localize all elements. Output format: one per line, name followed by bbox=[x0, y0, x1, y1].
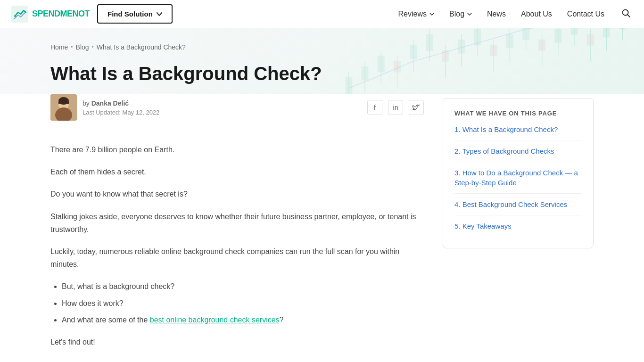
main-nav: Reviews Blog News About Us Contact Us bbox=[398, 7, 633, 21]
article-closing: Let's find out! bbox=[50, 336, 424, 348]
author-avatar-image bbox=[50, 94, 77, 121]
author-avatar bbox=[50, 94, 77, 121]
article: by Danka Delić Last Updated: May 12, 202… bbox=[50, 94, 424, 358]
svg-rect-23 bbox=[490, 45, 497, 56]
main-layout: by Danka Delić Last Updated: May 12, 202… bbox=[39, 94, 605, 362]
svg-rect-33 bbox=[571, 28, 578, 34]
list-item: How does it work? bbox=[62, 297, 424, 310]
article-bullet-list: But, what is a background check? How doe… bbox=[62, 280, 424, 326]
list-item: But, what is a background check? bbox=[62, 280, 424, 293]
svg-rect-15 bbox=[426, 34, 433, 50]
toc-item-4[interactable]: 4. Best Background Check Services bbox=[454, 193, 582, 215]
toc-heading: WHAT WE HAVE ON THIS PAGE bbox=[454, 110, 582, 117]
twitter-icon bbox=[413, 104, 420, 111]
article-para-4: Stalking jokes aside, everyone deserves … bbox=[50, 210, 424, 236]
hero-chart-decoration bbox=[322, 28, 644, 94]
find-solution-button[interactable]: Find Solution bbox=[97, 4, 173, 24]
twitter-share-button[interactable] bbox=[409, 100, 424, 115]
nav-news[interactable]: News bbox=[487, 10, 506, 18]
article-para-1: There are 7.9 billion people on Earth. bbox=[50, 143, 424, 156]
author-name: Danka Delić bbox=[91, 99, 129, 107]
svg-rect-31 bbox=[555, 29, 561, 42]
svg-rect-7 bbox=[362, 66, 368, 80]
breadcrumb-blog[interactable]: Blog bbox=[76, 43, 89, 51]
toc-item-3[interactable]: 3. How to Do a Background Check — a Step… bbox=[454, 162, 582, 193]
header-left: SPENDMENOT Find Solution bbox=[11, 4, 173, 24]
author-date: Last Updated: May 12, 2022 bbox=[83, 109, 159, 116]
logo-text: SPENDMENOT bbox=[32, 9, 90, 19]
sidebar: WHAT WE HAVE ON THIS PAGE 1. What Is a B… bbox=[443, 94, 594, 358]
nav-about[interactable]: About Us bbox=[521, 10, 552, 18]
dropdown-arrow-icon bbox=[157, 12, 162, 16]
breadcrumb-sep-1: • bbox=[71, 44, 73, 50]
background-check-link[interactable]: best online background check services bbox=[150, 316, 280, 324]
svg-rect-25 bbox=[507, 34, 513, 48]
article-para-5: Luckily, today, numerous reliable online… bbox=[50, 245, 424, 271]
toc-list: 1. What Is a Background Check? 2. Types … bbox=[454, 124, 582, 237]
search-button[interactable] bbox=[619, 7, 633, 21]
toc-item-5[interactable]: 5. Key Takeaways bbox=[454, 215, 582, 237]
hero-area: Home • Blog • What Is a Background Check… bbox=[0, 28, 644, 94]
logo-icon bbox=[11, 6, 28, 23]
svg-rect-39 bbox=[619, 28, 626, 29]
site-header: SPENDMENOT Find Solution Reviews Blog Ne… bbox=[0, 0, 644, 28]
facebook-share-button[interactable]: f bbox=[367, 100, 382, 115]
search-icon bbox=[621, 8, 631, 18]
list-item: And what are some of the best online bac… bbox=[62, 313, 424, 326]
svg-rect-5 bbox=[346, 77, 352, 93]
author-info: by Danka Delić Last Updated: May 12, 202… bbox=[50, 94, 159, 121]
social-share-icons: f in bbox=[367, 100, 424, 115]
author-by-label: by Danka Delić bbox=[83, 99, 159, 107]
author-row: by Danka Delić Last Updated: May 12, 202… bbox=[50, 94, 424, 128]
nav-blog[interactable]: Blog bbox=[449, 10, 472, 18]
author-meta: by Danka Delić Last Updated: May 12, 202… bbox=[83, 99, 159, 116]
article-para-2: Each of them hides a secret. bbox=[50, 165, 424, 178]
svg-rect-11 bbox=[394, 61, 401, 72]
blog-dropdown-icon bbox=[467, 13, 472, 16]
reviews-dropdown-icon bbox=[429, 13, 434, 16]
breadcrumb-sep-2: • bbox=[92, 44, 94, 50]
nav-reviews[interactable]: Reviews bbox=[398, 10, 434, 18]
linkedin-share-button[interactable]: in bbox=[388, 100, 403, 115]
svg-rect-13 bbox=[410, 45, 417, 58]
svg-rect-29 bbox=[539, 40, 545, 50]
toc-item-2[interactable]: 2. Types of Background Checks bbox=[454, 140, 582, 162]
breadcrumb-current: What Is a Background Check? bbox=[97, 43, 186, 51]
site-logo[interactable]: SPENDMENOT bbox=[11, 6, 90, 23]
toc-item-1[interactable]: 1. What Is a Background Check? bbox=[454, 124, 582, 140]
nav-contact[interactable]: Contact Us bbox=[567, 10, 604, 18]
toc-box: WHAT WE HAVE ON THIS PAGE 1. What Is a B… bbox=[443, 98, 594, 248]
article-para-3: Do you want to know what that secret is? bbox=[50, 188, 424, 200]
article-content: There are 7.9 billion people on Earth. E… bbox=[50, 143, 424, 348]
svg-rect-35 bbox=[587, 34, 594, 45]
breadcrumb-home[interactable]: Home bbox=[50, 43, 68, 51]
svg-rect-9 bbox=[378, 56, 384, 72]
svg-rect-37 bbox=[603, 28, 610, 37]
